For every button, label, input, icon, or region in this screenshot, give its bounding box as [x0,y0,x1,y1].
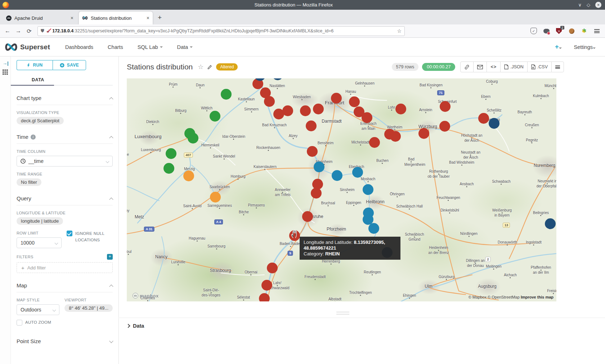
tracking-shield-icon[interactable]: ⛊ [41,28,44,34]
mask-extension-icon[interactable] [543,29,550,33]
scatter-point-red[interactable] [311,188,322,199]
forward-button[interactable]: → [13,28,24,34]
scatter-point-orange[interactable] [183,170,194,181]
scatter-point-red[interactable] [302,211,313,222]
auto-zoom-row[interactable]: AUTO ZOOM [17,319,113,326]
tab-data[interactable]: DATA [32,77,44,82]
scatter-point-blue[interactable] [352,167,363,178]
email-share-button[interactable] [474,62,487,72]
nav-settings[interactable]: Settings [574,44,596,50]
browser-tab-stations-distribution[interactable]: Stations distribution × [79,12,153,24]
dataset-grid-icon[interactable] [3,69,8,75]
auto-zoom-checkbox[interactable] [17,320,22,326]
edit-pencil-icon[interactable] [207,64,212,70]
window-maximize-button[interactable]: ◇ [587,2,590,8]
scatter-point-orange[interactable] [210,192,221,203]
run-button[interactable]: RUN [17,60,53,70]
scatter-point-red[interactable] [261,280,272,291]
save-button[interactable]: SAVE [53,60,86,70]
scatter-point-green[interactable] [221,89,232,100]
scatter-point-red[interactable] [478,113,489,124]
map-canvas[interactable]: PrümDaunNastättenGelnhausenBad Kissingen… [127,78,556,301]
viz-type-value[interactable]: deck.gl Scatterplot [17,117,64,124]
copy-link-button[interactable] [461,62,474,72]
bookmark-star-icon[interactable]: ☆ [397,28,402,34]
section-time[interactable]: Timei [17,134,113,144]
cookie-extension-icon[interactable] [569,28,574,34]
panel-drag-handle[interactable] [336,312,349,314]
row-limit-select[interactable]: 10000 [17,237,62,248]
nav-data[interactable]: Data [177,44,193,50]
pocket-shield-icon[interactable]: ✓ [530,28,537,34]
scatter-point-red[interactable] [300,105,311,116]
scatter-point-red[interactable] [264,96,275,107]
lonlat-value[interactable]: longitude | latitude [17,217,63,225]
scatter-point-blue[interactable] [363,184,373,195]
scatter-point-green[interactable] [210,111,220,122]
scatter-point-red[interactable] [395,104,406,114]
section-query[interactable]: Query [17,195,113,205]
scatter-point-red[interactable] [439,121,450,132]
section-chart-type[interactable]: Chart type [17,95,113,105]
reload-button[interactable]: ⟳ [24,28,35,35]
time-column-select[interactable]: __time [17,156,113,167]
scatter-point-red[interactable] [267,263,278,273]
data-results-panel[interactable]: Data [119,318,605,329]
add-filter-box[interactable]: + Add filter [17,262,113,273]
embed-code-button[interactable]: <> [487,62,501,72]
ignore-null-checkbox[interactable] [67,231,72,236]
map-attribution[interactable]: © Mapbox © OpenStreetMap Improve this ma… [469,295,554,299]
scatter-point-blue[interactable] [314,161,324,172]
url-bar[interactable]: ⛊ 🔓︎ 172.18.0.4:32251/superset/explore/?… [37,26,405,36]
scatter-point-blue[interactable] [332,170,342,181]
scatter-point-green[interactable] [166,148,176,159]
add-new-button[interactable]: + [555,43,562,51]
time-range-value[interactable]: No filter [17,178,41,186]
scatter-point-red[interactable] [349,96,360,107]
tab-close-icon[interactable]: × [71,15,73,21]
scatter-point-red[interactable] [369,137,380,148]
export-csv-button[interactable]: .CSV [528,62,552,72]
scatter-point-red[interactable] [418,128,429,139]
back-button[interactable]: ← [2,28,13,34]
nav-sql-lab[interactable]: SQL Lab [138,44,163,50]
superset-logo[interactable]: Superset [4,42,50,52]
export-json-button[interactable]: .JSON [501,62,528,72]
scatter-point-green[interactable] [188,133,198,144]
scatter-point-red[interactable] [331,93,342,104]
scatter-point-red[interactable] [282,105,293,116]
map-style-select[interactable]: Outdoors [17,304,59,315]
window-minimize-button[interactable]: ∨ [578,2,582,8]
colorful-extension-icon[interactable]: ✱ [581,28,587,34]
expand-dataset-panel-icon[interactable]: →| [3,60,9,66]
section-map[interactable]: Map [17,282,113,292]
insecure-lock-icon[interactable]: 🔓︎ [47,28,50,34]
browser-menu-icon[interactable] [594,29,600,33]
nav-charts[interactable]: Charts [108,44,123,50]
chart-menu-button[interactable] [552,62,564,72]
new-tab-button[interactable]: + [158,14,162,22]
scatter-point-red[interactable] [259,293,270,301]
scatter-point-navy[interactable] [545,218,556,229]
scatter-point-red[interactable] [440,101,451,112]
scatter-point-red[interactable] [307,146,318,157]
scatter-point-red[interactable] [313,104,324,114]
altered-badge[interactable]: Altered [216,63,238,70]
improve-map-link[interactable]: Improve this map [521,295,554,299]
scatter-point-green[interactable] [163,163,174,174]
favorite-star-icon[interactable]: ☆ [198,63,203,71]
ignore-null-checkbox-row[interactable]: IGNORE NULLLOCATIONS [67,231,113,244]
scatter-point-navy[interactable] [489,118,499,129]
tab-close-icon[interactable]: × [147,15,149,21]
nav-dashboards[interactable]: Dashboards [65,44,93,50]
window-close-button[interactable]: × [595,2,601,8]
mapbox-logo[interactable]: m mapbox [133,293,159,299]
section-point-size[interactable]: Point Size [17,338,113,348]
scatter-point-red[interactable] [362,112,372,123]
scatter-point-red[interactable] [306,120,317,131]
scatter-point-red[interactable] [390,131,401,142]
browser-tab-apache-druid[interactable]: Apache Druid × [3,12,77,24]
viewport-value[interactable]: 8° 46' 45.28" | 49... [64,304,113,312]
scatter-point-blue[interactable] [368,223,379,234]
add-filter-plus-button[interactable]: + [107,254,113,260]
